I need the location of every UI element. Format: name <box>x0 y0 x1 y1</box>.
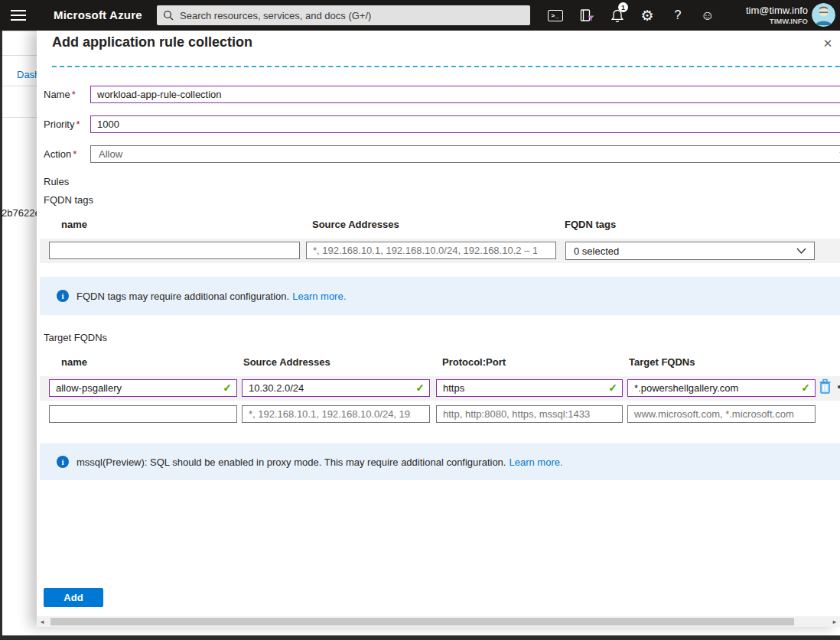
dashed-separator <box>52 66 840 67</box>
fqdn-tags-info-banner: i FQDN tags may require additional confi… <box>40 277 840 315</box>
fqdn-source-field <box>306 242 556 259</box>
rule-source-field: ✓ <box>242 379 430 397</box>
mssql-info-banner: i mssql(Preview): SQL should be enabled … <box>40 443 840 480</box>
rules-section-label: Rules <box>44 176 69 187</box>
column-header-source: Source Addresses <box>312 219 399 230</box>
fqdn-name-input[interactable] <box>49 242 300 259</box>
brand-title: Microsoft Azure <box>54 8 142 21</box>
name-input[interactable] <box>90 86 840 103</box>
search-icon <box>163 10 174 21</box>
table-row: ✓ ✓ ✓ ✓ <box>40 376 840 401</box>
new-rule-name-input[interactable] <box>49 405 237 423</box>
learn-more-link[interactable]: Learn more. <box>509 456 562 468</box>
divider <box>2 117 37 118</box>
close-icon[interactable]: ✕ <box>819 35 836 52</box>
column-header-name: name <box>61 219 87 230</box>
column-header-source: Source Addresses <box>243 356 330 368</box>
priority-label: Priority* <box>44 119 80 130</box>
divider <box>2 55 37 56</box>
azure-top-bar: Microsoft Azure >_ 1 ⚙ ? ☺ tim@timw.info <box>0 0 840 31</box>
breadcrumb-dashboard-link[interactable]: Dashboard <box>17 69 37 80</box>
required-mark: * <box>73 148 77 160</box>
column-header-name: name <box>61 356 87 368</box>
panel-horizontal-scrollbar[interactable]: ◂ ▸ <box>37 616 840 627</box>
breadcrumb[interactable]: Dashboard <box>17 67 37 81</box>
scroll-right-icon[interactable]: ▸ <box>831 617 838 625</box>
required-mark: * <box>76 119 80 130</box>
rule-name-input[interactable] <box>49 379 237 397</box>
action-selected-value: Allow <box>99 148 839 160</box>
fqdn-source-input[interactable] <box>306 242 556 259</box>
window-left-border <box>0 31 2 640</box>
new-rule-target-field <box>627 405 816 423</box>
fqdn-tags-selected-value: 0 selected <box>574 245 796 257</box>
add-application-rule-collection-panel: Add application rule collection ✕ Name* … <box>37 31 840 627</box>
hamburger-menu-icon[interactable] <box>11 10 26 21</box>
required-mark: * <box>72 89 76 100</box>
new-rule-name-field <box>49 405 237 423</box>
column-header-fqdn-tags: FQDN tags <box>565 219 616 230</box>
feedback-smiley-icon[interactable]: ☺ <box>695 0 721 31</box>
delete-row-button[interactable] <box>818 378 833 395</box>
rule-target-field: ✓ <box>627 379 816 397</box>
fqdn-name-field <box>49 242 300 259</box>
info-icon: i <box>57 456 69 468</box>
action-label: Action* <box>44 148 77 160</box>
cloud-shell-icon[interactable]: >_ <box>542 0 568 31</box>
scroll-left-icon[interactable]: ◂ <box>38 617 46 625</box>
rule-target-input[interactable] <box>627 379 816 397</box>
add-button[interactable]: Add <box>44 588 103 607</box>
new-rule-target-input[interactable] <box>627 405 816 423</box>
user-tenant: TIMW.INFO <box>746 16 808 26</box>
new-rule-protocol-field <box>436 405 623 423</box>
priority-field: ✓ <box>90 115 840 133</box>
search-input[interactable] <box>180 10 524 21</box>
rule-name-field: ✓ <box>49 379 237 397</box>
table-row: 0 selected <box>40 239 840 263</box>
divider <box>2 86 37 86</box>
column-header-protocol: Protocol:Port <box>442 356 506 368</box>
account-menu[interactable]: tim@timw.info TIMW.INFO <box>746 5 808 26</box>
trash-icon <box>818 378 832 395</box>
name-field: ✓ <box>90 86 840 103</box>
learn-more-link[interactable]: Learn more. <box>292 291 346 302</box>
window-bottom-border <box>0 635 840 640</box>
chevron-down-icon <box>796 248 806 254</box>
rule-protocol-field: ✓ <box>436 379 623 397</box>
info-text: FQDN tags may require additional configu… <box>77 291 289 302</box>
notification-count-badge: 1 <box>618 2 628 12</box>
rule-source-input[interactable] <box>242 379 430 397</box>
user-email: tim@timw.info <box>746 5 808 16</box>
fqdn-tags-select[interactable]: 0 selected <box>565 242 815 260</box>
settings-gear-icon[interactable]: ⚙ <box>634 0 660 31</box>
action-select[interactable]: Allow <box>90 145 840 163</box>
global-search[interactable] <box>157 5 530 25</box>
priority-input[interactable] <box>90 115 840 133</box>
info-text: mssql(Preview): SQL should be enabled in… <box>77 456 506 468</box>
info-icon: i <box>57 290 69 302</box>
scrollbar-thumb[interactable] <box>50 618 794 625</box>
directory-filter-icon[interactable] <box>574 0 600 31</box>
notifications-bell-icon[interactable]: 1 <box>604 0 630 31</box>
new-rule-source-field <box>242 405 430 423</box>
new-rule-protocol-input[interactable] <box>436 405 623 423</box>
help-icon[interactable]: ? <box>665 0 691 31</box>
name-label: Name* <box>44 89 76 100</box>
rule-protocol-input[interactable] <box>436 379 623 397</box>
page-title: Add application rule collection <box>52 34 252 50</box>
fqdn-tags-heading: FQDN tags <box>44 194 93 206</box>
column-header-target: Target FQDNs <box>629 356 695 368</box>
target-fqdns-heading: Target FQDNs <box>44 332 107 343</box>
resource-id-fragment: 2b7622e <box>2 207 37 220</box>
new-rule-source-input[interactable] <box>242 405 430 423</box>
avatar[interactable] <box>812 3 835 27</box>
